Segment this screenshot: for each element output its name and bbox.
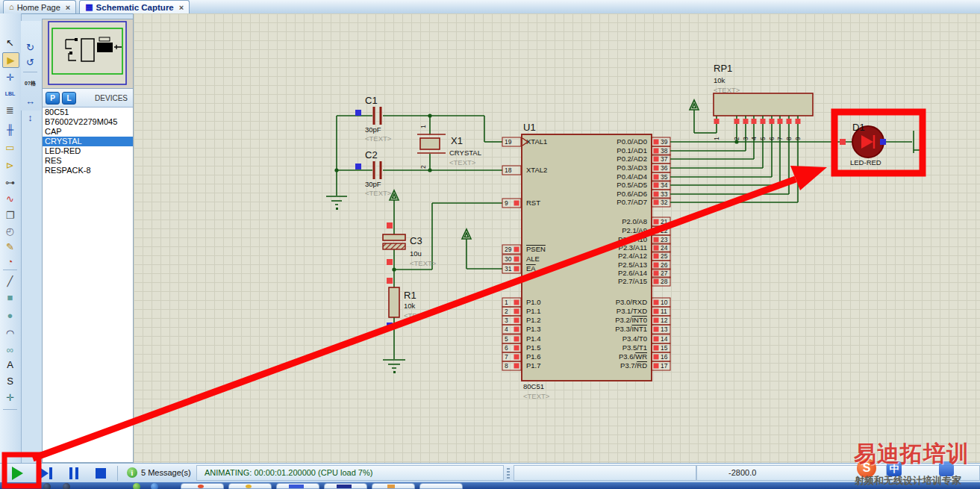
mcu-u1[interactable]: U1 80C51 <TEXT> 19XTAL118XTAL29RST29PSEN… (502, 122, 670, 400)
orientation-toolbar: ↻↺0?格↔↕ (21, 21, 41, 110)
terminals-icon[interactable]: ⊳ (2, 158, 18, 172)
schematic-canvas[interactable]: C1 30pF <TEXT> C2 30pF <TEXT> (133, 13, 980, 463)
redo-icon[interactable]: ↻ (22, 40, 38, 54)
svg-text:P0.7/AD7: P0.7/AD7 (617, 198, 647, 206)
path-2d-icon[interactable]: ∞ (2, 343, 18, 357)
ground-symbol (326, 196, 347, 210)
step-button[interactable] (39, 467, 52, 480)
library-button[interactable]: L (62, 92, 76, 105)
close-icon[interactable]: × (66, 3, 70, 12)
empty-panel (887, 465, 980, 481)
device-item-crystal[interactable]: CRYSTAL (43, 137, 133, 146)
tape-recorder-icon[interactable]: ❐ (2, 208, 18, 222)
svg-text:P2.3/A11: P2.3/A11 (619, 243, 647, 252)
resistor-r1[interactable]: R1 10k <TEXT> (387, 278, 431, 328)
coordinate-panel: -2800.0 (696, 465, 887, 481)
svg-text:1: 1 (505, 299, 508, 306)
taskbar-button[interactable] (181, 483, 224, 489)
svg-text:P1.1: P1.1 (526, 307, 541, 315)
capacitor-c3[interactable]: C3 10u <TEXT> (383, 222, 437, 267)
respack-rp1[interactable]: RP1 10k <TEXT> 123456789 (713, 63, 813, 202)
taskbar-icon[interactable] (43, 483, 51, 489)
box-2d-icon[interactable]: ■ (2, 290, 18, 305)
taskbar-icon[interactable] (151, 483, 158, 489)
crystal-x1[interactable]: X1 CRYSTAL <TEXT> 12 (417, 125, 481, 169)
line-2d-icon[interactable]: ╱ (2, 274, 18, 288)
flip-vertical-icon[interactable]: ↕ (22, 110, 38, 125)
overview-thumbnail (43, 19, 131, 87)
text-2d-icon[interactable]: A (2, 358, 18, 372)
svg-text:<TEXT>: <TEXT> (449, 158, 476, 166)
device-pins-icon[interactable]: ⊶ (2, 175, 18, 190)
flip-horizontal-icon[interactable]: ↔ (22, 94, 38, 108)
generator-icon[interactable]: ◴ (2, 224, 18, 238)
svg-text:ALE: ALE (526, 255, 540, 263)
svg-text:38: 38 (661, 147, 668, 155)
svg-text:P3.0/RXD: P3.0/RXD (616, 298, 647, 306)
svg-text:80C51: 80C51 (523, 382, 544, 390)
capacitor-c2[interactable]: C2 30pF <TEXT> (355, 149, 392, 197)
svg-text:XTAL2: XTAL2 (526, 166, 547, 174)
graph-mode-icon[interactable]: ∿ (2, 192, 18, 206)
taskbar-button[interactable] (372, 483, 415, 489)
stop-button[interactable] (94, 467, 107, 480)
buses-icon[interactable]: ╫ (2, 122, 18, 137)
svg-text:P1.0: P1.0 (526, 298, 541, 306)
voltage-probe-icon[interactable]: ✎ (2, 240, 18, 254)
taskbar-icon[interactable] (63, 483, 70, 489)
arc-2d-icon[interactable]: ◠ (2, 326, 18, 340)
taskbar-button[interactable] (324, 483, 367, 489)
svg-text:18: 18 (505, 166, 512, 174)
text-script-icon[interactable]: ≣ (2, 103, 18, 117)
device-item-led-red[interactable]: LED-RED (43, 146, 133, 156)
pick-devices-button[interactable]: P (46, 92, 60, 105)
capacitor-c1[interactable]: C1 30pF <TEXT> (355, 95, 392, 143)
svg-text:P0.5/AD5: P0.5/AD5 (617, 181, 647, 189)
circle-2d-icon[interactable]: ● (2, 308, 18, 323)
svg-text:6: 6 (505, 344, 508, 352)
info-icon[interactable]: i (127, 467, 137, 478)
mode-toolbar: ↖▶✛LBL≣╫▭⊳⊶∿❐◴✎◔╱■●◠∞AS✛ (0, 13, 22, 463)
device-item-res[interactable]: RES (43, 156, 133, 166)
tab-home-page[interactable]: ⌂ Home Page × (3, 0, 76, 13)
svg-text:P1.7: P1.7 (526, 361, 541, 370)
device-item-cap[interactable]: CAP (43, 127, 133, 137)
taskbar-button[interactable] (276, 483, 319, 489)
marker-2d-icon[interactable]: ✛ (2, 390, 18, 405)
component-mode-icon[interactable]: ▶ (2, 52, 19, 68)
svg-text:2: 2 (505, 308, 508, 315)
device-item-respack-8[interactable]: RESPACK-8 (43, 166, 133, 175)
svg-text:P1.2: P1.2 (526, 316, 541, 324)
svg-text:P1.4: P1.4 (526, 334, 541, 343)
tab-schematic-capture[interactable]: ▦ Schematic Capture × (79, 0, 190, 13)
resize-handle[interactable] (507, 468, 510, 479)
svg-text:P3.1/TXD: P3.1/TXD (617, 307, 647, 315)
current-probe-icon[interactable]: ◔ (2, 255, 18, 269)
taskbar-button[interactable] (419, 483, 463, 489)
wire-label-icon[interactable]: LBL (2, 87, 18, 101)
play-button[interactable] (10, 467, 24, 480)
message-count[interactable]: 5 Message(s) (141, 468, 191, 477)
pause-button[interactable] (67, 467, 81, 480)
undo-icon[interactable]: ↺ (22, 55, 38, 69)
svg-text:EA: EA (526, 264, 536, 272)
svg-text:P0.6/AD6: P0.6/AD6 (617, 190, 647, 198)
svg-text:U1: U1 (523, 122, 536, 133)
svg-text:30pF: 30pF (365, 180, 381, 188)
selection-pointer-icon[interactable]: ↖ (2, 36, 18, 50)
device-item-80c51[interactable]: 80C51 (43, 108, 133, 117)
overview-panel[interactable] (42, 19, 134, 90)
svg-text:15: 15 (661, 344, 668, 352)
svg-text:1: 1 (713, 137, 720, 140)
svg-text:2: 2 (733, 137, 740, 140)
device-item-b76002v2279m045[interactable]: B76002V2279M045 (43, 117, 133, 127)
subcircuit-icon[interactable]: ▭ (2, 140, 18, 155)
symbol-2d-icon[interactable]: S (2, 374, 18, 388)
svg-text:9: 9 (794, 137, 802, 140)
taskbar-icon[interactable] (133, 483, 140, 489)
tab-bar: ⌂ Home Page × ▦ Schematic Capture × (0, 0, 980, 14)
close-icon[interactable]: × (179, 3, 184, 12)
taskbar-button[interactable] (228, 483, 272, 489)
grid-toggle-icon[interactable]: 0?格 (22, 76, 38, 90)
junction-dot-icon[interactable]: ✛ (2, 70, 18, 84)
